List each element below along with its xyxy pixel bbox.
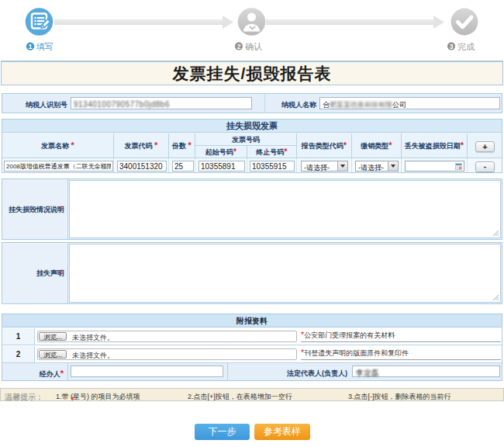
svg-text:2: 2 [237, 43, 241, 50]
svg-text:完成: 完成 [457, 42, 475, 51]
svg-text:确认: 确认 [245, 42, 262, 51]
svg-text:3: 3 [450, 43, 454, 50]
svg-text:1: 1 [28, 43, 32, 50]
svg-text:填写: 填写 [36, 42, 54, 51]
